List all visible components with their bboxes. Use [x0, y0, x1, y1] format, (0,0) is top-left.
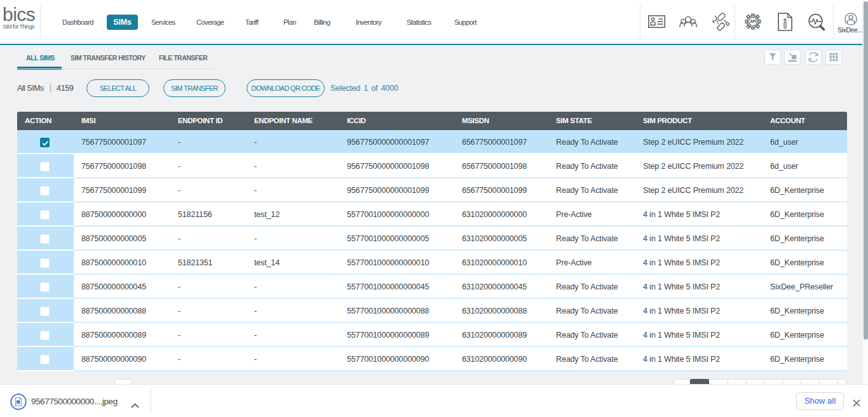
svg-text:API: API: [750, 19, 756, 23]
